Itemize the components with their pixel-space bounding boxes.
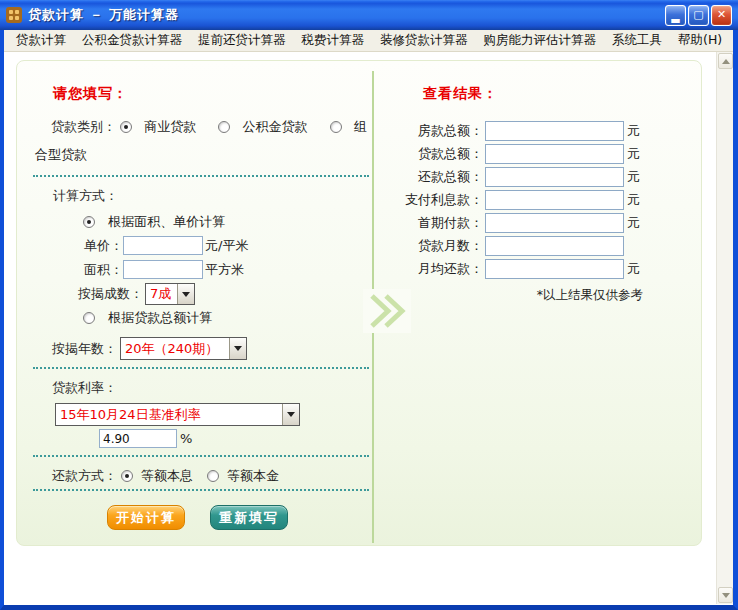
rate-percent-unit: % bbox=[180, 431, 192, 446]
result-row: 首期付款： 元 bbox=[347, 213, 640, 233]
total-loan-input[interactable] bbox=[485, 144, 624, 164]
unit-price-unit: 元/平米 bbox=[205, 237, 248, 255]
area-input[interactable] bbox=[123, 260, 203, 279]
scroll-up-icon bbox=[722, 59, 730, 64]
unit-price-input[interactable] bbox=[123, 236, 203, 255]
loan-type-option-label[interactable]: 商业贷款 bbox=[144, 119, 196, 134]
repay-option-label[interactable]: 等额本金 bbox=[227, 467, 279, 485]
menu-item-system-tools[interactable]: 系统工具 bbox=[604, 30, 670, 51]
result-label: 还款总额： bbox=[347, 168, 483, 186]
area-unit: 平方米 bbox=[205, 261, 244, 279]
menu-item-fund-loan-calc[interactable]: 公积金贷款计算器 bbox=[74, 30, 190, 51]
dropdown-arrow-icon[interactable] bbox=[282, 404, 299, 425]
results-footnote: *以上结果仅供参考 bbox=[347, 287, 643, 304]
mortgage-ratio-select[interactable]: 7成 bbox=[145, 283, 195, 305]
calculator-app-icon bbox=[6, 7, 22, 23]
calculate-button[interactable]: 开始计算 bbox=[107, 505, 185, 530]
divider bbox=[33, 175, 369, 177]
unit-price-row: 单价： 元/平米 bbox=[73, 236, 248, 255]
app-window: 贷款计算 － 万能计算器 ▬ ▢ ✕ 贷款计算 公积金贷款计算器 提前还贷计算器… bbox=[0, 0, 738, 610]
rate-base-value: 15年10月24日基准利率 bbox=[56, 406, 282, 424]
loan-type-label: 贷款类别： bbox=[51, 119, 116, 134]
menu-item-renovation-loan-calc[interactable]: 装修贷款计算器 bbox=[372, 30, 476, 51]
radio-equal-principal[interactable] bbox=[207, 470, 219, 482]
radio-by-area-price[interactable] bbox=[83, 216, 95, 228]
radio-combo-loan[interactable] bbox=[330, 121, 342, 133]
menu-bar: 贷款计算 公积金贷款计算器 提前还贷计算器 税费计算器 装修贷款计算器 购房能力… bbox=[4, 30, 733, 52]
radio-commercial-loan[interactable] bbox=[120, 121, 132, 133]
loan-months-input[interactable] bbox=[485, 236, 624, 256]
result-label: 支付利息款： bbox=[347, 191, 483, 209]
reset-button[interactable]: 重新填写 bbox=[210, 505, 288, 530]
close-icon: ✕ bbox=[717, 8, 726, 21]
menu-item-affordability-calc[interactable]: 购房能力评估计算器 bbox=[476, 30, 605, 51]
total-repayment-input[interactable] bbox=[485, 167, 624, 187]
menu-item-prepay-calc[interactable]: 提前还贷计算器 bbox=[190, 30, 294, 51]
method-area-label[interactable]: 根据面积、单价计算 bbox=[108, 214, 225, 229]
divider bbox=[33, 367, 369, 369]
unit-price-label: 单价： bbox=[73, 237, 123, 255]
rate-label: 贷款利率： bbox=[52, 379, 117, 397]
area-label: 面积： bbox=[73, 261, 123, 279]
scroll-up-button[interactable] bbox=[718, 53, 733, 69]
result-unit: 元 bbox=[627, 122, 640, 140]
method-total-row: 根据贷款总额计算 bbox=[83, 309, 212, 327]
result-row: 房款总额： 元 bbox=[347, 121, 640, 141]
result-unit: 元 bbox=[627, 214, 640, 232]
method-area-row: 根据面积、单价计算 bbox=[83, 213, 225, 231]
result-row: 支付利息款： 元 bbox=[347, 190, 640, 210]
years-select[interactable]: 20年（240期） bbox=[120, 337, 247, 360]
method-total-label[interactable]: 根据贷款总额计算 bbox=[108, 310, 212, 325]
rate-percent-input[interactable] bbox=[99, 429, 177, 448]
repay-method-row: 还款方式： 等额本息 等额本金 bbox=[52, 467, 279, 485]
vertical-scrollbar[interactable] bbox=[716, 52, 733, 604]
minimize-button[interactable]: ▬ bbox=[665, 5, 686, 26]
result-row: 贷款月数： bbox=[347, 236, 627, 256]
rate-base-select[interactable]: 15年10月24日基准利率 bbox=[55, 403, 300, 426]
maximize-button[interactable]: ▢ bbox=[688, 5, 709, 26]
result-row: 月均还款： 元 bbox=[347, 259, 640, 279]
title-bar[interactable]: 贷款计算 － 万能计算器 ▬ ▢ ✕ bbox=[0, 0, 738, 30]
result-label: 贷款总额： bbox=[347, 145, 483, 163]
menu-item-help[interactable]: 帮助(H) bbox=[670, 30, 730, 51]
result-row: 还款总额： 元 bbox=[347, 167, 640, 187]
menu-item-tax-calc[interactable]: 税费计算器 bbox=[294, 30, 373, 51]
form-heading: 请您填写： bbox=[53, 85, 128, 103]
result-unit: 元 bbox=[627, 145, 640, 163]
results-heading: 查看结果： bbox=[423, 85, 498, 103]
loan-type-option-label[interactable]: 公积金贷款 bbox=[243, 119, 308, 134]
dropdown-arrow-icon[interactable] bbox=[229, 338, 246, 359]
result-unit: 元 bbox=[627, 260, 640, 278]
total-house-price-input[interactable] bbox=[485, 121, 624, 141]
result-unit: 元 bbox=[627, 168, 640, 186]
repay-option-label[interactable]: 等额本息 bbox=[141, 467, 193, 485]
radio-equal-installment[interactable] bbox=[121, 470, 133, 482]
maximize-icon: ▢ bbox=[693, 8, 703, 21]
repay-method-label: 还款方式： bbox=[52, 467, 117, 485]
radio-by-total-amount[interactable] bbox=[83, 312, 95, 324]
years-row: 按揭年数： 20年（240期） bbox=[52, 337, 247, 360]
divider bbox=[33, 455, 369, 457]
mortgage-ratio-label: 按揭成数： bbox=[78, 285, 143, 303]
result-unit: 元 bbox=[627, 191, 640, 209]
loan-type-row: 贷款类别： 商业贷款 公积金贷款 组合型贷款 bbox=[35, 113, 373, 169]
result-row: 贷款总额： 元 bbox=[347, 144, 640, 164]
minimize-icon: ▬ bbox=[666, 12, 685, 30]
interest-paid-input[interactable] bbox=[485, 190, 624, 210]
down-payment-input[interactable] bbox=[485, 213, 624, 233]
monthly-payment-input[interactable] bbox=[485, 259, 624, 279]
calc-method-label: 计算方式： bbox=[53, 187, 118, 205]
divider bbox=[33, 489, 369, 491]
close-button[interactable]: ✕ bbox=[711, 5, 732, 26]
scroll-down-button[interactable] bbox=[718, 587, 733, 603]
scroll-down-icon bbox=[722, 593, 730, 598]
radio-fund-loan[interactable] bbox=[218, 121, 230, 133]
result-label: 月均还款： bbox=[347, 260, 483, 278]
rate-percent-row: % bbox=[99, 429, 192, 448]
window-title: 贷款计算 － 万能计算器 bbox=[28, 6, 179, 24]
menu-item-loan-calc[interactable]: 贷款计算 bbox=[8, 30, 74, 51]
result-label: 首期付款： bbox=[347, 214, 483, 232]
dropdown-arrow-icon[interactable] bbox=[177, 284, 194, 304]
mortgage-ratio-row: 按揭成数： 7成 bbox=[78, 283, 195, 305]
result-label: 房款总额： bbox=[347, 122, 483, 140]
